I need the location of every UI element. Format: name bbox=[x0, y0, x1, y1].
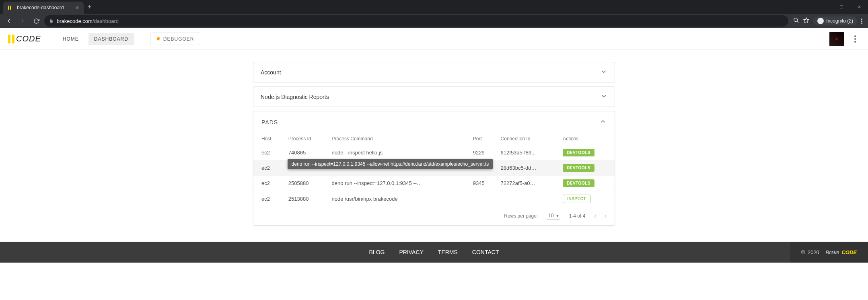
nav-home[interactable]: HOME bbox=[57, 33, 84, 45]
pads-panel: PADS Host Process Id Process Command Por… bbox=[253, 111, 615, 226]
account-title: Account bbox=[261, 69, 281, 76]
dropdown-icon: ▾ bbox=[556, 213, 559, 218]
col-host[interactable]: Host bbox=[253, 133, 284, 145]
svg-point-0 bbox=[794, 18, 798, 22]
cell-conn bbox=[497, 191, 559, 207]
cell-cmd: node --inspect hello.js bbox=[328, 145, 469, 160]
logo-icon bbox=[8, 35, 14, 43]
reports-title: Node.js Diagnostic Reports bbox=[261, 94, 329, 100]
tab-title: brakecode-dashboard bbox=[17, 5, 64, 10]
cell-action: INSPECT bbox=[559, 191, 615, 207]
back-button[interactable] bbox=[3, 15, 14, 27]
col-pid[interactable]: Process Id bbox=[284, 133, 328, 145]
reports-accordion[interactable]: Node.js Diagnostic Reports bbox=[253, 86, 615, 107]
svg-line-1 bbox=[797, 21, 799, 23]
chevron-down-icon bbox=[600, 68, 607, 76]
browser-tab[interactable]: brakecode-dashboard × bbox=[3, 2, 84, 14]
table-row[interactable]: ec22513880node /usr/bin/npx brakecodeINS… bbox=[253, 191, 615, 207]
footer-contact[interactable]: CONTACT bbox=[472, 249, 499, 255]
browser-menu-icon[interactable] bbox=[861, 18, 862, 24]
footer: BLOG PRIVACY TERMS CONTACT © 2020 BrakeC… bbox=[0, 242, 868, 263]
cell-host: ec2 bbox=[253, 176, 284, 191]
table-row[interactable]: ec2deno run --inspect=127.0.0.1:9345 --a… bbox=[253, 160, 615, 176]
footer-year: 2020 bbox=[808, 249, 819, 255]
window-controls: ─ ☐ ✕ bbox=[815, 0, 868, 14]
forward-button[interactable] bbox=[17, 15, 28, 27]
reload-button[interactable] bbox=[31, 15, 42, 27]
cell-port: 9345 bbox=[469, 176, 497, 191]
tab-strip: brakecode-dashboard × + ─ ☐ ✕ bbox=[0, 0, 868, 14]
close-window-button[interactable]: ✕ bbox=[850, 0, 868, 14]
cell-host: ec2 bbox=[253, 191, 284, 207]
url-path: /dashboard bbox=[93, 18, 119, 24]
cell-cmd: deno run --inspect=127.0.0.1:9345 --allo… bbox=[328, 160, 469, 176]
col-port[interactable]: Port bbox=[469, 133, 497, 145]
zoom-icon[interactable] bbox=[793, 17, 799, 25]
browser-chrome: brakecode-dashboard × + ─ ☐ ✕ brakecode.… bbox=[0, 0, 868, 28]
rows-per-page-select[interactable]: 10 ▾ bbox=[547, 212, 560, 220]
avatar[interactable] bbox=[829, 32, 844, 46]
rpp-value: 10 bbox=[548, 213, 553, 218]
cell-action: DEVTOOLS bbox=[559, 176, 615, 191]
pads-header[interactable]: PADS bbox=[253, 111, 615, 133]
cell-host: ec2 bbox=[253, 145, 284, 160]
new-tab-button[interactable]: + bbox=[84, 3, 95, 10]
incognito-icon bbox=[817, 18, 824, 24]
favicon-icon bbox=[8, 5, 14, 10]
cell-port bbox=[469, 191, 497, 207]
svg-marker-2 bbox=[804, 18, 809, 23]
footer-terms[interactable]: TERMS bbox=[438, 249, 458, 255]
col-conn[interactable]: Connection Id bbox=[497, 133, 559, 145]
tooltip: deno run --inspect=127.0.0.1:9345 --allo… bbox=[288, 159, 493, 169]
col-cmd[interactable]: Process Command bbox=[328, 133, 469, 145]
incognito-badge[interactable]: Incognito (2) bbox=[813, 16, 857, 25]
maximize-button[interactable]: ☐ bbox=[833, 0, 850, 14]
table-row[interactable]: ec22505880deno run --inspect=127.0.0.1:9… bbox=[253, 176, 615, 191]
url-host: brakecode.com bbox=[57, 18, 93, 24]
chevron-up-icon bbox=[599, 118, 607, 126]
footer-links: BLOG PRIVACY TERMS CONTACT bbox=[369, 249, 499, 255]
app-header: CODE HOME DASHBOARD ✸ DEBUGGER bbox=[0, 28, 868, 50]
footer-blog[interactable]: BLOG bbox=[369, 249, 385, 255]
footer-privacy[interactable]: PRIVACY bbox=[399, 249, 423, 255]
next-page-button[interactable]: › bbox=[605, 212, 607, 220]
nav-dashboard[interactable]: DASHBOARD bbox=[88, 33, 134, 45]
debugger-button[interactable]: ✸ DEBUGGER bbox=[150, 33, 200, 45]
table-row[interactable]: ec2740865node --inspect hello.js9229612f… bbox=[253, 145, 615, 160]
devtools-button[interactable]: DEVTOOLS bbox=[563, 149, 594, 156]
cell-cmd: node /usr/bin/npx brakecode bbox=[328, 191, 469, 207]
star-icon[interactable] bbox=[803, 17, 809, 25]
address-bar: brakecode.com/dashboard Incognito (2) bbox=[0, 14, 868, 28]
url-input[interactable]: brakecode.com/dashboard bbox=[44, 15, 788, 27]
footer-brand: © 2020 BrakeCODE bbox=[790, 242, 868, 263]
account-accordion[interactable]: Account bbox=[253, 62, 615, 82]
pads-table: Host Process Id Process Command Port Con… bbox=[253, 133, 615, 207]
debugger-label: DEBUGGER bbox=[163, 36, 194, 42]
cell-pid: 740865 bbox=[284, 145, 328, 160]
prev-page-button[interactable]: ‹ bbox=[594, 212, 596, 220]
copyleft-icon: © bbox=[801, 249, 805, 255]
cell-port: 9229 bbox=[469, 145, 497, 160]
cell-host: ec2 bbox=[253, 160, 284, 176]
incognito-label: Incognito (2) bbox=[826, 18, 853, 24]
inspect-button[interactable]: INSPECT bbox=[563, 195, 590, 203]
page-range: 1-4 of 4 bbox=[569, 213, 586, 219]
logo-text: CODE bbox=[16, 34, 41, 43]
rpp-label: Rows per page: bbox=[504, 213, 538, 219]
cell-conn: 28d63bc5-ddc... bbox=[497, 160, 559, 176]
footer-brake: Brake bbox=[825, 249, 839, 255]
cell-action: DEVTOOLS bbox=[559, 160, 615, 176]
close-icon[interactable]: × bbox=[76, 5, 79, 10]
lock-icon bbox=[49, 18, 53, 24]
cell-pid: 2505880 bbox=[284, 176, 328, 191]
app-menu-button[interactable] bbox=[850, 35, 860, 43]
minimize-button[interactable]: ─ bbox=[815, 0, 833, 14]
devtools-button[interactable]: DEVTOOLS bbox=[563, 164, 594, 172]
logo[interactable]: CODE bbox=[8, 34, 41, 43]
cell-cmd: deno run --inspect=127.0.0.1:9345 --allo… bbox=[328, 176, 469, 191]
bug-icon: ✸ bbox=[156, 36, 161, 42]
cell-pid: 2513880 bbox=[284, 191, 328, 207]
pagination: Rows per page: 10 ▾ 1-4 of 4 ‹ › bbox=[253, 207, 615, 221]
devtools-button[interactable]: DEVTOOLS bbox=[563, 179, 594, 187]
main-content: Account Node.js Diagnostic Reports PADS … bbox=[0, 50, 868, 242]
